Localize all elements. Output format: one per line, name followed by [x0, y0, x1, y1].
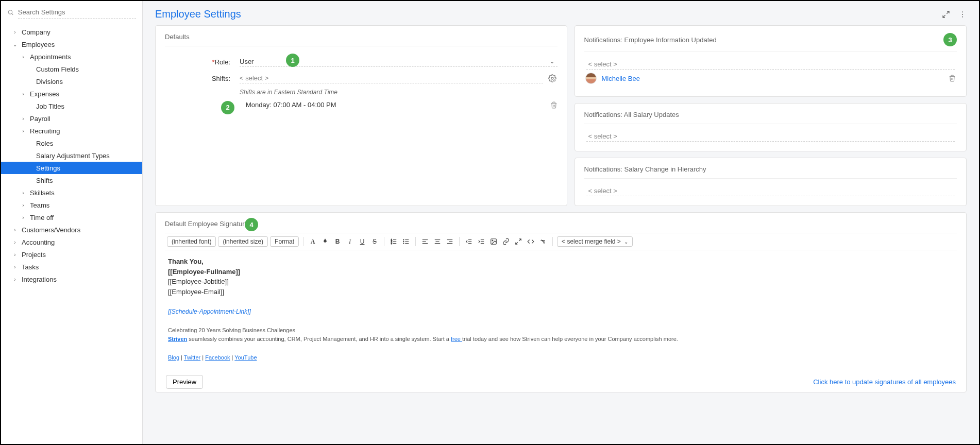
- shifts-select-wrap: < select >: [240, 73, 557, 83]
- svg-point-3: [962, 14, 963, 15]
- nav-item-label: Appointments: [30, 53, 71, 61]
- role-select[interactable]: User 1 ⌄: [240, 57, 557, 67]
- nav-item-custom-fields[interactable]: Custom Fields: [1, 63, 142, 75]
- chevron-down-icon: ⌄: [550, 58, 554, 65]
- nav-item-expenses[interactable]: ›Expenses: [1, 88, 142, 100]
- svg-point-34: [492, 240, 493, 241]
- update-signatures-link[interactable]: Click here to update signatures of all e…: [813, 378, 956, 386]
- nav-item-shifts[interactable]: Shifts: [1, 174, 142, 186]
- merge-field-select[interactable]: < select merge field >⌄: [557, 236, 633, 247]
- shifts-detail: 2 Shifts are in Eastern Standard Time Mo…: [165, 87, 557, 114]
- bold-icon[interactable]: B: [332, 236, 343, 247]
- notif-salary-select[interactable]: < select >: [586, 131, 955, 142]
- link-icon[interactable]: [501, 236, 511, 247]
- sig-line6: Celebrating 20 Years Solving Business Ch…: [168, 326, 954, 335]
- nav-item-label: Company: [22, 28, 50, 36]
- nav-item-appointments[interactable]: ›Appointments: [1, 50, 142, 63]
- preview-button[interactable]: Preview: [166, 375, 203, 389]
- strike-icon[interactable]: S: [369, 236, 380, 247]
- format-select[interactable]: Format: [270, 236, 299, 247]
- svg-text:3: 3: [391, 242, 393, 245]
- nav-item-label: Customers/Vendors: [22, 226, 80, 234]
- chevron-right-icon: ›: [11, 277, 19, 282]
- twitter-link[interactable]: Twitter: [184, 354, 200, 361]
- gear-icon[interactable]: [548, 74, 556, 82]
- search-icon: [7, 9, 14, 16]
- nav-item-accounting[interactable]: ›Accounting: [1, 236, 142, 248]
- trash-icon[interactable]: [550, 101, 557, 109]
- notif-user-row: Michelle Bee: [584, 70, 957, 87]
- chevron-right-icon: ›: [20, 128, 27, 134]
- code-icon[interactable]: [526, 236, 536, 247]
- nav-item-customers-vendors[interactable]: ›Customers/Vendors: [1, 224, 142, 236]
- font-select[interactable]: (inherited font): [167, 236, 216, 247]
- expand-icon[interactable]: [942, 10, 950, 19]
- chevron-right-icon: ›: [11, 252, 19, 258]
- nav-item-label: Accounting: [22, 238, 55, 246]
- signature-footer: Preview Click here to update signatures …: [165, 372, 957, 389]
- content: Defaults *Role: User 1 ⌄ Shifts: < selec…: [143, 25, 979, 444]
- role-label: *Role:: [165, 58, 240, 66]
- page-header: Employee Settings: [143, 1, 979, 25]
- nav-item-job-titles[interactable]: Job Titles: [1, 100, 142, 112]
- facebook-link[interactable]: Facebook: [205, 354, 230, 361]
- underline-icon[interactable]: U: [357, 236, 367, 247]
- trash-icon[interactable]: [949, 75, 956, 82]
- ol-icon[interactable]: 123: [388, 236, 399, 247]
- nav-item-skillsets[interactable]: ›Skillsets: [1, 186, 142, 199]
- notif-emp-info-select[interactable]: < select >: [586, 59, 955, 70]
- nav-item-employees[interactable]: ⌄Employees: [1, 38, 142, 50]
- notif-hierarchy-title: Notifications: Salary Change in Hierarch…: [584, 165, 957, 179]
- nav-item-label: Employees: [22, 41, 55, 48]
- nav-item-time-off[interactable]: ›Time off: [1, 211, 142, 224]
- nav-item-label: Expenses: [30, 90, 59, 98]
- ul-icon[interactable]: [401, 236, 411, 247]
- chevron-right-icon: ›: [20, 116, 27, 122]
- search-input[interactable]: [18, 6, 136, 19]
- nav-item-divisions[interactable]: Divisions: [1, 75, 142, 88]
- shift-item: Monday: 07:00 AM - 04:00 PM: [240, 99, 557, 111]
- nav-item-payroll[interactable]: ›Payroll: [1, 112, 142, 125]
- clear-format-icon[interactable]: [538, 236, 548, 247]
- sidebar: ›Company⌄Employees›AppointmentsCustom Fi…: [1, 1, 143, 444]
- fullscreen-icon[interactable]: [513, 236, 523, 247]
- outdent-icon[interactable]: [464, 236, 474, 247]
- image-icon[interactable]: [488, 236, 499, 247]
- align-right-icon[interactable]: [445, 236, 455, 247]
- nav-item-roles[interactable]: Roles: [1, 137, 142, 149]
- search-row: [1, 1, 142, 24]
- nav-item-company[interactable]: ›Company: [1, 26, 142, 38]
- shifts-select[interactable]: < select >: [240, 73, 543, 83]
- sig-line7: Striven seamlessly combines your account…: [168, 335, 954, 344]
- nav-item-projects[interactable]: ›Projects: [1, 248, 142, 261]
- sig-line5: [[Schedule-Appointment-Link]]: [168, 307, 954, 316]
- blog-link[interactable]: Blog: [168, 354, 179, 361]
- nav-item-recruiting[interactable]: ›Recruiting: [1, 125, 142, 137]
- youtube-link[interactable]: YouTube: [234, 354, 257, 361]
- nav-item-salary-adjustment-types[interactable]: Salary Adjustment Types: [1, 149, 142, 162]
- indent-icon[interactable]: [476, 236, 486, 247]
- text-color-icon[interactable]: A: [308, 236, 318, 247]
- more-icon[interactable]: [958, 10, 967, 19]
- svg-point-4: [962, 16, 963, 17]
- nav-item-label: Custom Fields: [36, 65, 79, 73]
- signature-editor[interactable]: Thank You, [[Employee-Fullname]] [[Emplo…: [165, 250, 957, 372]
- align-left-icon[interactable]: [420, 236, 430, 247]
- svg-point-17: [403, 243, 404, 244]
- nav-item-label: Time off: [30, 214, 54, 221]
- notif-salary-title: Notifications: All Salary Updates: [584, 111, 957, 124]
- sig-line1: Thank You,: [168, 256, 954, 267]
- notif-hierarchy-select[interactable]: < select >: [586, 186, 955, 196]
- nav-item-settings[interactable]: Settings: [1, 162, 142, 174]
- nav-item-tasks[interactable]: ›Tasks: [1, 261, 142, 273]
- chevron-right-icon: ›: [20, 91, 27, 97]
- align-center-icon[interactable]: [432, 236, 443, 247]
- defaults-panel: Defaults *Role: User 1 ⌄ Shifts: < selec…: [155, 25, 567, 206]
- nav-item-integrations[interactable]: ›Integrations: [1, 273, 142, 285]
- nav-list: ›Company⌄Employees›AppointmentsCustom Fi…: [1, 24, 142, 444]
- italic-icon[interactable]: I: [345, 236, 355, 247]
- nav-item-teams[interactable]: ›Teams: [1, 199, 142, 211]
- size-select[interactable]: (inherited size): [218, 236, 268, 247]
- fill-color-icon[interactable]: [320, 236, 330, 247]
- user-link[interactable]: Michelle Bee: [602, 75, 640, 82]
